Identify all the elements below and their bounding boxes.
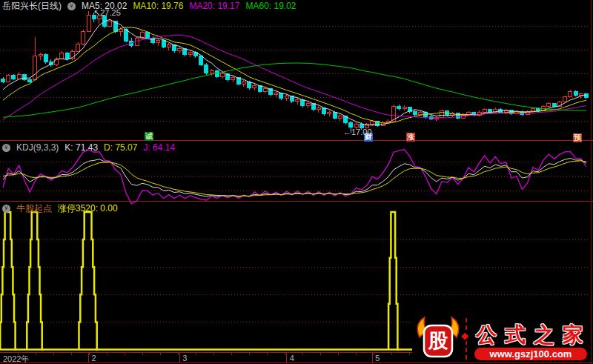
right-border [591,0,592,364]
diamond-icon: ◆ [461,331,468,341]
watermark-badge: 诚 [145,132,153,141]
axis-label-month: 4 [290,354,294,363]
kdj-title: KDJ(9,3,3) [16,142,59,153]
axis-label-month: 5 [375,354,380,363]
watermark-badge: 涨 [406,133,415,142]
bottom-border [0,363,593,363]
chart-canvas [0,0,593,364]
ma5-label: MA5: 20.02 [82,1,127,11]
kdj-panel-header: ∨ KDJ(9,3,3) K: 71.43 D: 75.07 J: 64.14 [2,142,175,153]
bull-head-icon: 股 [414,315,463,361]
collapse-chevron-icon[interactable]: ∨ [2,144,10,152]
logo-brand-text: 公式之家 [476,321,592,349]
stock-app-window: 岳阳兴长(日线) ∨ MA5: 20.02 MA10: 19.76 MA20: … [0,0,593,364]
main-panel-header: 岳阳兴长(日线) ∨ MA5: 20.02 MA10: 19.76 MA20: … [2,1,296,11]
logo-glyph: 股 [428,330,449,352]
kdj-k-value: K: 71.43 [64,142,98,153]
signal-title: 牛股起点 [16,203,52,214]
ma60-label: MA60: 19.02 [245,1,296,11]
watermark-badge: 预 [573,133,582,142]
axis-label-month: 2 [92,354,96,363]
ma10-label: MA10: 19.76 [133,1,183,11]
kdj-d-value: D: 75.07 [104,142,137,153]
stock-title: 岳阳兴长(日线) [2,1,62,11]
ma20-label: MA20: 19.17 [189,1,239,11]
gszj-watermark-logo: 股 ◆ 公式之家 www.gszj100.com [412,311,593,364]
logo-url: www.gszj100.com [474,348,587,360]
price-annotation: ←17.00 [343,128,372,136]
signal-value-label: 涨停3520: 0.00 [58,203,118,214]
signal-panel-header: ∨ 牛股起点 涨停3520: 0.00 [2,203,118,214]
collapse-chevron-icon[interactable]: ∨ [67,2,76,10]
axis-label-month: 3 [182,354,187,363]
collapse-chevron-icon[interactable]: ∨ [2,205,10,213]
kdj-j-value: J: 64.14 [143,142,175,153]
